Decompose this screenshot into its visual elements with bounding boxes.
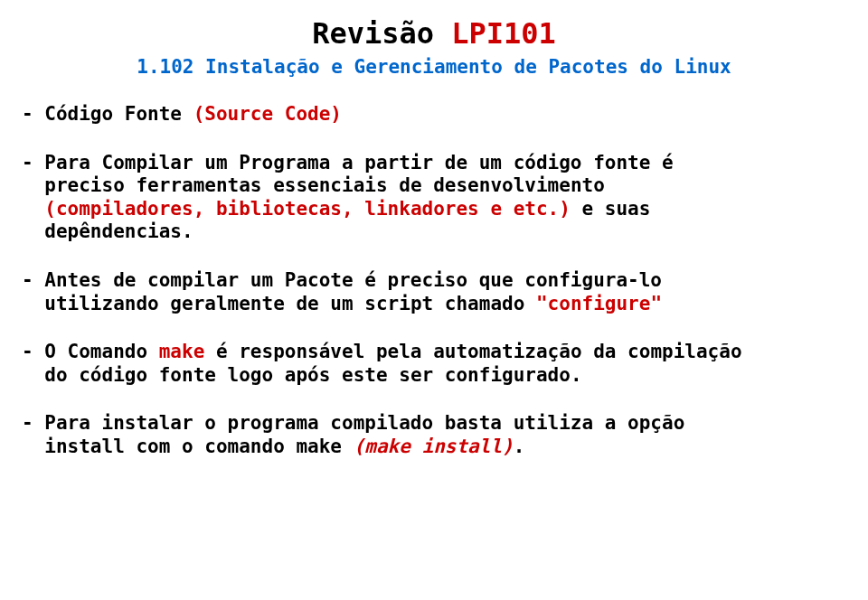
p4-highlight: make bbox=[159, 341, 205, 362]
body-content: - Código Fonte (Source Code) - Para Comp… bbox=[22, 103, 846, 459]
p5-highlight: (make install) bbox=[354, 436, 514, 457]
page-title: Revisão LPI101 bbox=[22, 16, 846, 51]
title-text-main: Revisão bbox=[312, 16, 451, 51]
p1-text: - Código Fonte bbox=[22, 103, 193, 125]
p3-highlight: "configure" bbox=[536, 293, 662, 314]
paragraph-2: - Para Compilar um Programa a partir de … bbox=[22, 152, 846, 244]
paragraph-5: - Para instalar o programa compilado bas… bbox=[22, 412, 846, 458]
p2-highlight: (compiladores, bibliotecas, linkadores e… bbox=[44, 198, 571, 220]
paragraph-4: - O Comando make é responsável pela auto… bbox=[22, 341, 846, 387]
paragraph-1: - Código Fonte (Source Code) bbox=[22, 103, 846, 127]
p5-text-c: . bbox=[514, 436, 525, 457]
p4-text-a: - O Comando bbox=[22, 341, 159, 362]
section-heading: 1.102 Instalação e Gerenciamento de Paco… bbox=[22, 56, 846, 78]
title-text-highlight: LPI101 bbox=[451, 16, 556, 51]
paragraph-3: - Antes de compilar um Pacote é preciso … bbox=[22, 269, 846, 315]
p1-highlight: (Source Code) bbox=[193, 103, 342, 125]
document-page: Revisão LPI101 1.102 Instalação e Gerenc… bbox=[0, 0, 868, 600]
